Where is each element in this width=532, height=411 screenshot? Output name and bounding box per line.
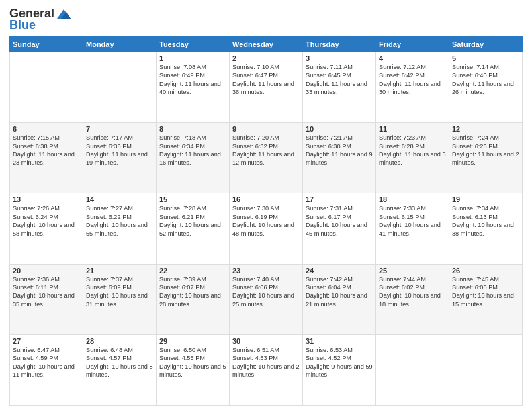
day-info: Sunrise: 7:26 AM Sunset: 6:24 PM Dayligh… bbox=[13, 204, 80, 238]
day-info: Sunrise: 7:15 AM Sunset: 6:38 PM Dayligh… bbox=[13, 134, 80, 167]
calendar-cell: 30Sunrise: 6:51 AM Sunset: 4:53 PM Dayli… bbox=[230, 334, 303, 405]
day-number: 9 bbox=[232, 125, 300, 133]
day-number: 23 bbox=[232, 267, 300, 275]
day-info: Sunrise: 7:36 AM Sunset: 6:11 PM Dayligh… bbox=[13, 275, 80, 309]
day-number: 25 bbox=[379, 267, 446, 275]
day-number: 15 bbox=[159, 195, 226, 203]
calendar-cell bbox=[10, 52, 83, 123]
calendar-cell bbox=[449, 334, 523, 405]
day-header-sunday: Sunday bbox=[10, 37, 83, 52]
day-number: 16 bbox=[232, 195, 300, 203]
day-number: 10 bbox=[306, 125, 373, 133]
day-number: 4 bbox=[379, 54, 446, 62]
day-number: 28 bbox=[86, 337, 153, 345]
calendar-cell: 19Sunrise: 7:34 AM Sunset: 6:13 PM Dayli… bbox=[449, 193, 523, 264]
calendar-cell: 17Sunrise: 7:31 AM Sunset: 6:17 PM Dayli… bbox=[303, 193, 376, 264]
day-number: 21 bbox=[86, 267, 153, 275]
day-info: Sunrise: 7:18 AM Sunset: 6:34 PM Dayligh… bbox=[159, 134, 226, 167]
day-info: Sunrise: 7:37 AM Sunset: 6:09 PM Dayligh… bbox=[86, 275, 153, 309]
calendar-cell: 25Sunrise: 7:44 AM Sunset: 6:02 PM Dayli… bbox=[376, 264, 449, 334]
day-number: 18 bbox=[379, 195, 446, 203]
calendar-cell: 12Sunrise: 7:24 AM Sunset: 6:26 PM Dayli… bbox=[449, 123, 523, 193]
day-info: Sunrise: 7:24 AM Sunset: 6:26 PM Dayligh… bbox=[452, 134, 519, 167]
calendar-cell: 11Sunrise: 7:23 AM Sunset: 6:28 PM Dayli… bbox=[376, 123, 449, 193]
day-number: 12 bbox=[452, 125, 519, 133]
day-info: Sunrise: 7:30 AM Sunset: 6:19 PM Dayligh… bbox=[232, 204, 300, 238]
calendar-cell: 22Sunrise: 7:39 AM Sunset: 6:07 PM Dayli… bbox=[157, 264, 230, 334]
day-number: 24 bbox=[306, 267, 373, 275]
day-number: 19 bbox=[452, 195, 519, 203]
calendar-cell: 3Sunrise: 7:11 AM Sunset: 6:45 PM Daylig… bbox=[303, 52, 376, 123]
day-info: Sunrise: 6:47 AM Sunset: 4:59 PM Dayligh… bbox=[13, 346, 80, 379]
week-row-5: 27Sunrise: 6:47 AM Sunset: 4:59 PM Dayli… bbox=[10, 334, 523, 405]
calendar-cell: 20Sunrise: 7:36 AM Sunset: 6:11 PM Dayli… bbox=[10, 264, 83, 334]
day-header-thursday: Thursday bbox=[303, 37, 376, 52]
day-header-wednesday: Wednesday bbox=[230, 37, 303, 52]
calendar-cell: 13Sunrise: 7:26 AM Sunset: 6:24 PM Dayli… bbox=[10, 193, 83, 264]
day-info: Sunrise: 6:48 AM Sunset: 4:57 PM Dayligh… bbox=[86, 346, 153, 379]
calendar-cell: 6Sunrise: 7:15 AM Sunset: 6:38 PM Daylig… bbox=[10, 123, 83, 193]
day-number: 6 bbox=[13, 125, 80, 133]
calendar-table: SundayMondayTuesdayWednesdayThursdayFrid… bbox=[9, 36, 523, 406]
calendar-cell bbox=[83, 52, 157, 123]
calendar-cell: 23Sunrise: 7:40 AM Sunset: 6:06 PM Dayli… bbox=[230, 264, 303, 334]
day-number: 14 bbox=[86, 195, 153, 203]
day-number: 13 bbox=[13, 195, 80, 203]
day-info: Sunrise: 7:33 AM Sunset: 6:15 PM Dayligh… bbox=[379, 204, 446, 238]
day-info: Sunrise: 6:50 AM Sunset: 4:55 PM Dayligh… bbox=[159, 346, 226, 379]
day-number: 31 bbox=[306, 337, 373, 345]
week-row-4: 20Sunrise: 7:36 AM Sunset: 6:11 PM Dayli… bbox=[10, 264, 523, 334]
day-number: 8 bbox=[159, 125, 226, 133]
day-info: Sunrise: 7:11 AM Sunset: 6:45 PM Dayligh… bbox=[306, 63, 373, 97]
day-info: Sunrise: 7:39 AM Sunset: 6:07 PM Dayligh… bbox=[159, 275, 226, 309]
calendar-cell: 4Sunrise: 7:12 AM Sunset: 6:42 PM Daylig… bbox=[376, 52, 449, 123]
calendar-cell: 1Sunrise: 7:08 AM Sunset: 6:49 PM Daylig… bbox=[157, 52, 230, 123]
week-row-2: 6Sunrise: 7:15 AM Sunset: 6:38 PM Daylig… bbox=[10, 123, 523, 193]
calendar-cell: 5Sunrise: 7:14 AM Sunset: 6:40 PM Daylig… bbox=[449, 52, 523, 123]
calendar-cell: 27Sunrise: 6:47 AM Sunset: 4:59 PM Dayli… bbox=[10, 334, 83, 405]
calendar-cell: 26Sunrise: 7:45 AM Sunset: 6:00 PM Dayli… bbox=[449, 264, 523, 334]
day-info: Sunrise: 6:51 AM Sunset: 4:53 PM Dayligh… bbox=[232, 346, 300, 379]
calendar-cell bbox=[376, 334, 449, 405]
logo: General Blue bbox=[9, 7, 71, 32]
logo-icon bbox=[56, 8, 71, 20]
day-number: 22 bbox=[159, 267, 226, 275]
calendar-cell: 10Sunrise: 7:21 AM Sunset: 6:30 PM Dayli… bbox=[303, 123, 376, 193]
calendar-cell: 18Sunrise: 7:33 AM Sunset: 6:15 PM Dayli… bbox=[376, 193, 449, 264]
day-number: 27 bbox=[13, 337, 80, 345]
calendar-cell: 14Sunrise: 7:27 AM Sunset: 6:22 PM Dayli… bbox=[83, 193, 157, 264]
calendar-cell: 28Sunrise: 6:48 AM Sunset: 4:57 PM Dayli… bbox=[83, 334, 157, 405]
logo-blue-text: Blue bbox=[9, 18, 36, 32]
calendar-cell: 24Sunrise: 7:42 AM Sunset: 6:04 PM Dayli… bbox=[303, 264, 376, 334]
day-number: 3 bbox=[306, 54, 373, 62]
day-number: 29 bbox=[159, 337, 226, 345]
day-number: 26 bbox=[452, 267, 519, 275]
calendar-header: General Blue bbox=[9, 7, 523, 32]
day-header-friday: Friday bbox=[376, 37, 449, 52]
day-info: Sunrise: 7:28 AM Sunset: 6:21 PM Dayligh… bbox=[159, 204, 226, 238]
day-info: Sunrise: 7:20 AM Sunset: 6:32 PM Dayligh… bbox=[232, 134, 300, 167]
day-info: Sunrise: 7:40 AM Sunset: 6:06 PM Dayligh… bbox=[232, 275, 300, 309]
day-number: 11 bbox=[379, 125, 446, 133]
day-info: Sunrise: 7:14 AM Sunset: 6:40 PM Dayligh… bbox=[452, 63, 519, 97]
day-info: Sunrise: 7:08 AM Sunset: 6:49 PM Dayligh… bbox=[159, 63, 226, 97]
day-info: Sunrise: 7:34 AM Sunset: 6:13 PM Dayligh… bbox=[452, 204, 519, 238]
day-info: Sunrise: 6:53 AM Sunset: 4:52 PM Dayligh… bbox=[306, 346, 373, 379]
week-row-1: 1Sunrise: 7:08 AM Sunset: 6:49 PM Daylig… bbox=[10, 52, 523, 123]
day-info: Sunrise: 7:31 AM Sunset: 6:17 PM Dayligh… bbox=[306, 204, 373, 238]
calendar-cell: 31Sunrise: 6:53 AM Sunset: 4:52 PM Dayli… bbox=[303, 334, 376, 405]
day-number: 2 bbox=[232, 54, 300, 62]
calendar-cell: 21Sunrise: 7:37 AM Sunset: 6:09 PM Dayli… bbox=[83, 264, 157, 334]
day-info: Sunrise: 7:21 AM Sunset: 6:30 PM Dayligh… bbox=[306, 134, 373, 167]
calendar-cell: 15Sunrise: 7:28 AM Sunset: 6:21 PM Dayli… bbox=[157, 193, 230, 264]
day-info: Sunrise: 7:23 AM Sunset: 6:28 PM Dayligh… bbox=[379, 134, 446, 167]
week-row-3: 13Sunrise: 7:26 AM Sunset: 6:24 PM Dayli… bbox=[10, 193, 523, 264]
calendar-cell: 7Sunrise: 7:17 AM Sunset: 6:36 PM Daylig… bbox=[83, 123, 157, 193]
calendar-cell: 8Sunrise: 7:18 AM Sunset: 6:34 PM Daylig… bbox=[157, 123, 230, 193]
day-info: Sunrise: 7:42 AM Sunset: 6:04 PM Dayligh… bbox=[306, 275, 373, 309]
day-header-saturday: Saturday bbox=[449, 37, 523, 52]
day-number: 1 bbox=[159, 54, 226, 62]
calendar-cell: 29Sunrise: 6:50 AM Sunset: 4:55 PM Dayli… bbox=[157, 334, 230, 405]
calendar-cell: 16Sunrise: 7:30 AM Sunset: 6:19 PM Dayli… bbox=[230, 193, 303, 264]
day-info: Sunrise: 7:12 AM Sunset: 6:42 PM Dayligh… bbox=[379, 63, 446, 97]
